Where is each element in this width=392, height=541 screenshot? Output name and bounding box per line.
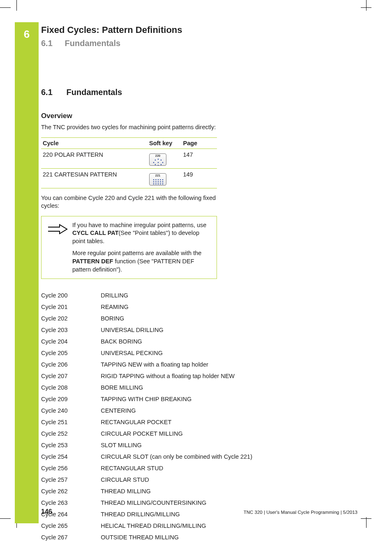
svg-point-23 bbox=[162, 183, 164, 184]
subtitle-num: 6.1 bbox=[41, 39, 62, 48]
softkey-icon: 220 bbox=[149, 153, 166, 166]
subtitle-text: Fundamentals bbox=[65, 39, 121, 48]
svg-point-2 bbox=[162, 162, 164, 163]
cycle-desc: RIGID TAPPING without a floating tap hol… bbox=[101, 370, 271, 382]
cycle-page: 147 bbox=[183, 149, 217, 168]
cycle-id: Cycle 205 bbox=[41, 347, 101, 359]
overview-intro: The TNC provides two cycles for machinin… bbox=[41, 123, 218, 132]
cycle-id: Cycle 252 bbox=[41, 428, 101, 439]
svg-point-14 bbox=[153, 181, 154, 182]
cycle-id: Cycle 202 bbox=[41, 313, 101, 324]
cycle-desc: BACK BORING bbox=[101, 336, 271, 347]
list-item: Cycle 208BORE MILLING bbox=[41, 382, 271, 393]
list-item: Cycle 203UNIVERSAL DRILLING bbox=[41, 324, 271, 336]
svg-point-11 bbox=[158, 179, 159, 180]
svg-point-15 bbox=[155, 181, 157, 182]
table-row: 221 CARTESIAN PATTERN221149 bbox=[41, 168, 217, 188]
svg-point-19 bbox=[153, 183, 154, 184]
list-item: Cycle 204BACK BORING bbox=[41, 336, 271, 347]
cycle-desc: RECTANGULAR STUD bbox=[101, 462, 271, 474]
svg-point-22 bbox=[160, 183, 161, 184]
cycle-id: Cycle 262 bbox=[41, 485, 101, 497]
cycle-id: Cycle 209 bbox=[41, 393, 101, 405]
list-item: Cycle 262THREAD MILLING bbox=[41, 485, 271, 497]
cycle-desc: SLOT MILLING bbox=[101, 439, 271, 451]
svg-point-12 bbox=[160, 179, 161, 180]
svg-point-0 bbox=[158, 158, 159, 160]
svg-point-16 bbox=[158, 181, 159, 182]
list-item: Cycle 200DRILLING bbox=[41, 290, 271, 301]
svg-point-13 bbox=[162, 179, 164, 180]
chapter-number: 6 bbox=[15, 22, 39, 41]
combine-text: You can combine Cycle 220 and Cycle 221 … bbox=[41, 194, 218, 210]
list-item: Cycle 209TAPPING WITH CHIP BREAKING bbox=[41, 393, 271, 405]
list-item: Cycle 265HELICAL THREAD DRILLING/MILLING bbox=[41, 520, 271, 532]
list-item: Cycle 251RECTANGULAR POCKET bbox=[41, 416, 271, 428]
cycle-desc: RECTANGULAR POCKET bbox=[101, 416, 271, 428]
svg-point-7 bbox=[155, 159, 156, 160]
list-item: Cycle 267OUTSIDE THREAD MILLING bbox=[41, 532, 271, 541]
list-item: Cycle 263THREAD MILLING/COUNTERSINKING bbox=[41, 497, 271, 508]
cycle-desc: OUTSIDE THREAD MILLING bbox=[101, 532, 271, 541]
svg-point-20 bbox=[155, 183, 157, 184]
crop-mark bbox=[0, 7, 11, 8]
svg-point-21 bbox=[158, 183, 159, 184]
crop-mark bbox=[0, 518, 11, 519]
cycle-desc: UNIVERSAL DRILLING bbox=[101, 324, 271, 336]
note-content: If you have to machine irregular point p… bbox=[69, 216, 217, 279]
section-title: Fundamentals bbox=[67, 88, 122, 97]
cycle-desc: CIRCULAR SLOT (can only be combined with… bbox=[101, 451, 271, 462]
th-softkey: Soft key bbox=[149, 137, 183, 149]
svg-point-5 bbox=[155, 164, 156, 165]
note-p1: If you have to machine irregular point p… bbox=[72, 221, 211, 246]
softkey-cell: 220 bbox=[149, 149, 183, 168]
svg-point-10 bbox=[155, 179, 157, 180]
cycle-id: Cycle 240 bbox=[41, 405, 101, 416]
cycle-desc: REAMING bbox=[101, 301, 271, 313]
table-row: 220 POLAR PATTERN220147 bbox=[41, 149, 217, 168]
softkey-icon: 221 bbox=[149, 173, 166, 186]
cycle-id: Cycle 201 bbox=[41, 301, 101, 313]
cycle-id: Cycle 200 bbox=[41, 290, 101, 301]
cycle-id: Cycle 256 bbox=[41, 462, 101, 474]
list-item: Cycle 253SLOT MILLING bbox=[41, 439, 271, 451]
svg-point-18 bbox=[162, 181, 164, 182]
cycle-id: Cycle 206 bbox=[41, 359, 101, 370]
cycle-desc: THREAD MILLING/COUNTERSINKING bbox=[101, 497, 271, 508]
page: 6 Fixed Cycles: Pattern Definitions 6.1 … bbox=[0, 0, 392, 541]
svg-point-9 bbox=[153, 179, 154, 180]
cycle-page: 149 bbox=[183, 168, 217, 188]
chapter-band: 6 bbox=[15, 22, 39, 523]
list-item: Cycle 206TAPPING NEW with a floating tap… bbox=[41, 359, 271, 370]
cycle-name: 221 CARTESIAN PATTERN bbox=[41, 168, 149, 188]
overview-heading: Overview bbox=[41, 112, 374, 120]
chapter-title: Fixed Cycles: Pattern Definitions bbox=[41, 25, 374, 35]
th-page: Page bbox=[183, 137, 217, 149]
cycle-id: Cycle 267 bbox=[41, 532, 101, 541]
note-arrow-icon bbox=[42, 216, 69, 279]
cycle-desc: THREAD MILLING bbox=[101, 485, 271, 497]
cycle-desc: UNIVERSAL PECKING bbox=[101, 347, 271, 359]
cycle-id: Cycle 203 bbox=[41, 324, 101, 336]
cycle-id: Cycle 257 bbox=[41, 474, 101, 485]
chapter-subtitle: 6.1 Fundamentals bbox=[41, 39, 374, 48]
softkey-cell: 221 bbox=[149, 168, 183, 188]
cycle-list-table: Cycle 200DRILLINGCycle 201REAMINGCycle 2… bbox=[41, 290, 271, 541]
cycle-id: Cycle 251 bbox=[41, 416, 101, 428]
page-number: 146 bbox=[41, 508, 52, 515]
cycle-desc: HELICAL THREAD DRILLING/MILLING bbox=[101, 520, 271, 532]
cycle-id: Cycle 208 bbox=[41, 382, 101, 393]
svg-point-6 bbox=[153, 162, 154, 163]
cycle-id: Cycle 253 bbox=[41, 439, 101, 451]
cycle-desc: BORING bbox=[101, 313, 271, 324]
svg-point-1 bbox=[161, 159, 162, 160]
cycle-desc: CENTERING bbox=[101, 405, 271, 416]
content-area: Fixed Cycles: Pattern Definitions 6.1 Fu… bbox=[41, 25, 374, 541]
list-item: Cycle 207RIGID TAPPING without a floatin… bbox=[41, 370, 271, 382]
cycle-desc: TAPPING NEW with a floating tap holder bbox=[101, 359, 271, 370]
list-item: Cycle 205UNIVERSAL PECKING bbox=[41, 347, 271, 359]
list-item: Cycle 240CENTERING bbox=[41, 405, 271, 416]
svg-point-4 bbox=[158, 165, 159, 165]
cycle-id: Cycle 254 bbox=[41, 451, 101, 462]
svg-point-8 bbox=[158, 162, 159, 163]
